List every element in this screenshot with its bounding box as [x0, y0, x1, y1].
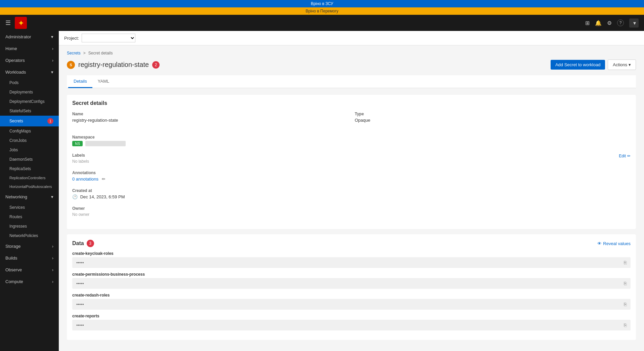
sidebar-home-label: Home — [5, 46, 17, 51]
gear-icon[interactable]: ⚙ — [607, 20, 612, 26]
sidebar-item-storage[interactable]: Storage › — [0, 240, 59, 252]
sidebar-item-statefulsets[interactable]: StatefulSets — [0, 106, 59, 116]
page-badge: 2 — [152, 61, 160, 69]
data-header: Data 3 👁 Reveal values — [72, 240, 631, 247]
type-value: Opaque — [355, 118, 631, 123]
name-label: Name — [72, 112, 348, 116]
namespace-field: Namespace NS — [72, 135, 631, 146]
created-at-value: 🕐 Dec 14, 2023, 6:59 PM — [72, 194, 631, 199]
sidebar-item-networking[interactable]: Networking ▾ — [0, 191, 59, 203]
copy-icon-0[interactable]: ⎘ — [624, 260, 627, 265]
sidebar-item-deployments[interactable]: Deployments — [0, 87, 59, 97]
actions-button[interactable]: Actions ▾ — [608, 60, 636, 70]
content-area: Secrets > Secret details S registry-regu… — [59, 45, 644, 345]
sidebar-compute-label: Compute — [5, 279, 23, 284]
data-key-0: create-keycloak-roles — [72, 251, 631, 256]
sidebar-observe-label: Observe — [5, 267, 22, 272]
reveal-label: Reveal values — [603, 241, 631, 246]
annotations-field: Annotations 0 annotations ✏ — [72, 170, 631, 182]
owner-label: Owner — [72, 206, 631, 211]
sidebar-item-deploymentconfigs[interactable]: DeploymentConfigs — [0, 97, 59, 106]
help-icon[interactable]: ? — [617, 20, 624, 26]
sidebar-operators-chevron: › — [52, 58, 53, 63]
sidebar-builds-chevron: › — [52, 256, 53, 261]
created-at-field: Created at 🕐 Dec 14, 2023, 6:59 PM — [72, 188, 631, 199]
data-key-3: create-reports — [72, 314, 631, 318]
labels-edit-link[interactable]: Edit ✏ — [619, 154, 631, 158]
user-dropdown[interactable]: ▾ — [629, 18, 639, 28]
sidebar-item-workloads[interactable]: Workloads ▾ — [0, 66, 59, 78]
tabs: Details YAML — [67, 75, 636, 88]
data-section: Data 3 👁 Reveal values create-keycloak-r… — [67, 234, 636, 340]
sidebar-item-observe[interactable]: Observe › — [0, 264, 59, 276]
tab-yaml[interactable]: YAML — [92, 75, 115, 88]
sidebar-item-compute[interactable]: Compute › — [0, 276, 59, 287]
header-actions: Add Secret to workload Actions ▾ — [551, 60, 636, 70]
sidebar-item-home[interactable]: Home › — [0, 43, 59, 54]
sidebar-item-daemonsets[interactable]: DaemonSets — [0, 155, 59, 164]
sidebar-item-secrets[interactable]: Secrets 1 — [0, 116, 59, 126]
sidebar-item-networkpolicies[interactable]: NetworkPolicies — [0, 231, 59, 240]
sidebar-item-replicationcontrollers[interactable]: ReplicationControllers — [0, 173, 59, 182]
labels-edit-icon: ✏ — [627, 154, 631, 158]
project-bar: Project: — [59, 31, 644, 45]
sidebar-item-routes[interactable]: Routes — [0, 212, 59, 222]
top-nav-right: ⊞ 🔔 ⚙ ? ▾ — [585, 18, 639, 28]
labels-label: Labels — [72, 153, 85, 158]
owner-value: No owner — [72, 212, 631, 217]
annotations-edit-icon[interactable]: ✏ — [102, 177, 105, 182]
data-value-3: ••••• ⎘ — [72, 320, 631, 330]
apps-icon[interactable]: ⊞ — [585, 20, 590, 26]
sidebar-item-replicasets[interactable]: ReplicaSets — [0, 164, 59, 173]
breadcrumb-current: Secret details — [88, 51, 113, 55]
sidebar-item-operators[interactable]: Operators › — [0, 54, 59, 66]
user-chevron-icon: ▾ — [633, 20, 636, 26]
name-value: registry-regulation-state — [72, 118, 348, 123]
sidebar-admin-chevron: ▾ — [51, 34, 53, 39]
copy-icon-1[interactable]: ⎘ — [624, 281, 627, 286]
sidebar-item-pods[interactable]: Pods — [0, 78, 59, 87]
tab-details[interactable]: Details — [68, 75, 92, 88]
actions-label: Actions — [613, 62, 627, 67]
sidebar-item-services[interactable]: Services — [0, 203, 59, 212]
sidebar: Administrator ▾ Home › Operators › Workl… — [0, 31, 59, 351]
add-secret-button[interactable]: Add Secret to workload — [551, 60, 605, 70]
sidebar-builds-label: Builds — [5, 256, 17, 261]
sidebar-item-builds[interactable]: Builds › — [0, 252, 59, 264]
sidebar-secrets-label: Secrets — [9, 119, 23, 123]
main-content: Project: Secrets > Secret details S regi… — [59, 31, 644, 351]
name-field: Name registry-regulation-state — [72, 112, 348, 123]
secret-details-section: Secret details Name registry-regulation-… — [67, 95, 636, 229]
data-value-text-0: ••••• — [76, 260, 84, 265]
sidebar-admin[interactable]: Administrator ▾ — [0, 31, 59, 43]
sidebar-networking-label: Networking — [5, 194, 27, 199]
data-item-2: create-redash-roles ••••• ⎘ — [72, 293, 631, 310]
copy-icon-2[interactable]: ⎘ — [624, 302, 627, 307]
page-title-area: S registry-regulation-state 2 — [67, 61, 160, 69]
copy-icon-3[interactable]: ⎘ — [624, 322, 627, 328]
annotations-link[interactable]: 0 annotations — [72, 177, 100, 182]
breadcrumb-separator: > — [83, 51, 86, 55]
breadcrumb-parent[interactable]: Secrets — [67, 51, 81, 55]
sidebar-item-configmaps[interactable]: ConfigMaps — [0, 126, 59, 136]
data-key-2: create-redash-roles — [72, 293, 631, 298]
data-value-text-1: ••••• — [76, 281, 84, 286]
sidebar-storage-label: Storage — [5, 244, 21, 249]
tab-details-label: Details — [74, 79, 87, 84]
reveal-values-link[interactable]: 👁 Reveal values — [597, 241, 631, 246]
data-title: Data — [72, 240, 84, 246]
bell-icon[interactable]: 🔔 — [595, 20, 602, 26]
sidebar-item-cronjobs[interactable]: CronJobs — [0, 136, 59, 145]
hamburger-icon[interactable]: ☰ — [5, 19, 11, 27]
data-value-1: ••••• ⎘ — [72, 278, 631, 289]
project-label: Project: — [64, 36, 79, 41]
layout: Administrator ▾ Home › Operators › Workl… — [0, 31, 644, 351]
eye-icon: 👁 — [597, 241, 602, 246]
data-badge: 3 — [87, 240, 94, 247]
project-select[interactable] — [82, 34, 135, 42]
sidebar-item-horizontalpodautoscalers[interactable]: HorizontalPodAutoscalers — [0, 182, 59, 191]
sidebar-item-jobs[interactable]: Jobs — [0, 145, 59, 155]
page-title: registry-regulation-state — [78, 61, 149, 69]
data-key-1: create-permissions-business-process — [72, 272, 631, 277]
sidebar-item-ingresses[interactable]: Ingresses — [0, 222, 59, 231]
